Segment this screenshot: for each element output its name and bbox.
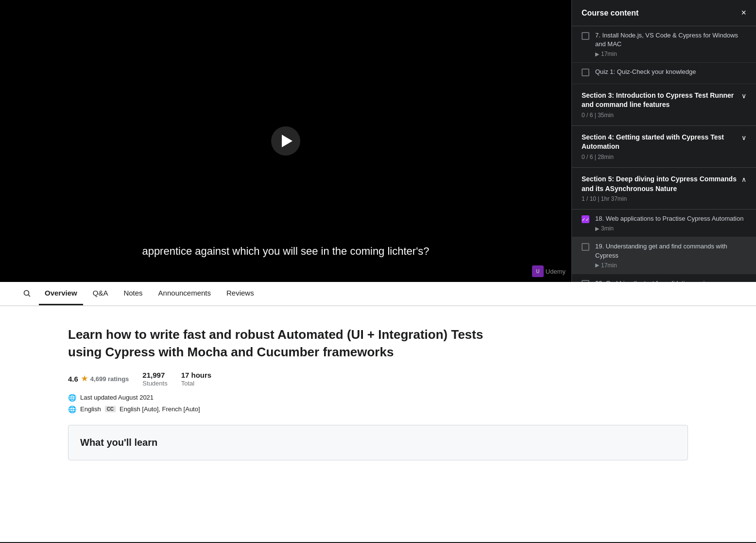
calendar-icon: 🌐 bbox=[68, 394, 76, 402]
section-title: Section 4: Getting started with Cypress … bbox=[582, 133, 738, 152]
search-icon bbox=[23, 290, 31, 298]
rating-stat: 4.6 ★ 4,699 ratings bbox=[68, 374, 129, 383]
students-stat: 21,997 Students bbox=[142, 371, 167, 387]
section-title: Section 5: Deep diving into Cypress Comm… bbox=[582, 175, 738, 193]
content-row: apprentice against which you will see in… bbox=[0, 0, 756, 282]
course-stats: 4.6 ★ 4,699 ratings 21,997 Students 17 h… bbox=[68, 371, 688, 387]
item-title: 7. Install Node.js, VS Code & Cypress fo… bbox=[595, 31, 746, 49]
sidebar-header: Course content × bbox=[572, 0, 756, 26]
item-title: Quiz 1: Quiz-Check your knowledge bbox=[595, 68, 746, 76]
tabs-row: Overview Q&A Notes Announcements Reviews bbox=[0, 282, 756, 306]
item-checkbox: ✓ bbox=[582, 215, 589, 223]
course-title: Learn how to write fast and robust Autom… bbox=[68, 326, 688, 361]
captions: English [Auto], French [Auto] bbox=[120, 405, 200, 413]
svg-line-1 bbox=[29, 295, 31, 297]
tab-announcements[interactable]: Announcements bbox=[153, 282, 217, 305]
tab-notes[interactable]: Notes bbox=[118, 282, 148, 305]
list-item[interactable]: 7. Install Node.js, VS Code & Cypress fo… bbox=[572, 26, 756, 63]
close-icon[interactable]: × bbox=[741, 8, 746, 18]
course-content-sidebar: Course content × 7. Install Node.js, VS … bbox=[571, 0, 756, 282]
item-title: 18. Web applications to Practise Cypress… bbox=[595, 214, 746, 223]
item-meta: ▶ 17min bbox=[595, 262, 746, 269]
item-meta: ▶ 17min bbox=[595, 51, 746, 57]
chevron-down-icon: ∨ bbox=[741, 134, 746, 141]
cc-badge: CC bbox=[105, 406, 116, 412]
list-item[interactable]: Quiz 1: Quiz-Check your knowledge bbox=[572, 63, 756, 84]
section-meta: 0 / 6 | 28min bbox=[582, 154, 738, 160]
item-checkbox bbox=[582, 243, 589, 251]
learn-box-title: What you'll learn bbox=[80, 437, 676, 448]
play-button[interactable] bbox=[271, 126, 300, 156]
section-4-header[interactable]: Section 4: Getting started with Cypress … bbox=[572, 126, 756, 168]
item-checkbox bbox=[582, 69, 589, 76]
section-meta: 1 / 10 | 1hr 37min bbox=[582, 195, 738, 202]
hours-stat: 17 hours Total bbox=[181, 371, 212, 387]
item-title: 19. Understanding get and find commands … bbox=[595, 242, 746, 260]
star-icon: ★ bbox=[81, 374, 87, 383]
language: English bbox=[80, 405, 101, 413]
list-item[interactable]: ✓ 18. Web applications to Practise Cypre… bbox=[572, 210, 756, 237]
list-item[interactable]: 20. Grabbing the text for validations us… bbox=[572, 274, 756, 282]
section-meta: 0 / 6 | 35min bbox=[582, 112, 738, 119]
last-updated-row: 🌐 Last updated August 2021 bbox=[68, 394, 688, 402]
item-checkbox bbox=[582, 32, 589, 40]
search-tab-button[interactable] bbox=[19, 282, 35, 305]
below-fold-content: Learn how to write fast and robust Autom… bbox=[0, 306, 756, 542]
udemy-logo-icon: U bbox=[532, 265, 544, 277]
tab-overview[interactable]: Overview bbox=[39, 282, 83, 305]
video-caption: apprentice against which you will see in… bbox=[0, 245, 571, 258]
item-meta: ▶ 3min bbox=[595, 225, 746, 232]
main-layout: apprentice against which you will see in… bbox=[0, 0, 756, 542]
section-title: Section 3: Introduction to Cypress Test … bbox=[582, 91, 738, 110]
language-row: 🌐 English CC English [Auto], French [Aut… bbox=[68, 405, 688, 413]
video-player[interactable]: apprentice against which you will see in… bbox=[0, 0, 571, 282]
learn-box: What you'll learn bbox=[68, 425, 688, 460]
play-icon: ▶ bbox=[595, 51, 599, 57]
list-item[interactable]: 19. Understanding get and find commands … bbox=[572, 237, 756, 274]
course-overview: Learn how to write fast and robust Autom… bbox=[0, 306, 756, 480]
globe-icon: 🌐 bbox=[68, 405, 76, 413]
last-updated: Last updated August 2021 bbox=[80, 394, 154, 401]
udemy-logo: U Udemy bbox=[532, 265, 566, 277]
rating-count: 4,699 ratings bbox=[90, 375, 129, 383]
section-3-header[interactable]: Section 3: Introduction to Cypress Test … bbox=[572, 84, 756, 126]
play-icon: ▶ bbox=[595, 226, 599, 232]
chevron-down-icon: ∨ bbox=[741, 92, 746, 100]
svg-point-0 bbox=[24, 291, 29, 296]
sidebar-title: Course content bbox=[582, 9, 638, 18]
tab-reviews[interactable]: Reviews bbox=[221, 282, 260, 305]
tab-qa[interactable]: Q&A bbox=[87, 282, 114, 305]
chevron-up-icon: ∧ bbox=[741, 175, 746, 183]
section-5-header[interactable]: Section 5: Deep diving into Cypress Comm… bbox=[572, 168, 756, 210]
play-icon: ▶ bbox=[595, 262, 599, 268]
